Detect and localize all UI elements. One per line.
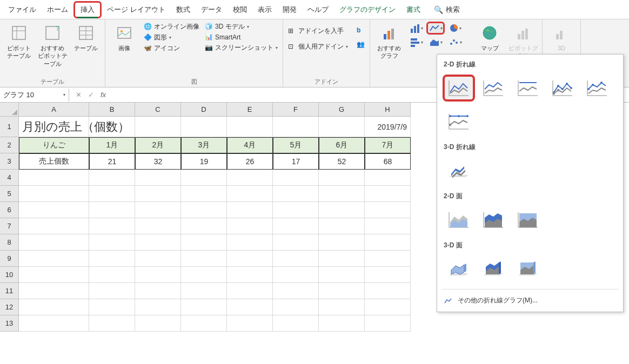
recommended-charts-button[interactable]: おすすめ グラフ (373, 22, 405, 62)
icons-button[interactable]: 🦋 アイコン (142, 43, 201, 53)
cell-B12[interactable] (89, 299, 135, 315)
pictures-button[interactable]: 画像 (109, 22, 140, 53)
line-chart-option-1[interactable] (443, 75, 475, 102)
row-header-11[interactable]: 11 (0, 283, 19, 299)
cell-B8[interactable] (89, 234, 135, 251)
cell-E9[interactable] (227, 251, 273, 267)
cell-B5[interactable] (89, 186, 135, 202)
cell-E3[interactable]: 26 (227, 153, 273, 170)
cell-G2[interactable]: 6月 (319, 137, 365, 153)
more-line-charts-button[interactable]: その他の折れ線グラフ(M)... (437, 292, 623, 309)
pivottable-button[interactable]: ピボット テーブル (3, 22, 35, 62)
tab-file[interactable]: ファイル (3, 1, 42, 18)
line-chart-option-6[interactable] (443, 108, 475, 135)
cell-D9[interactable] (181, 251, 227, 267)
col-header-H[interactable]: H (365, 103, 411, 117)
line-chart-option-3[interactable] (512, 75, 544, 102)
cell-G3[interactable]: 52 (319, 153, 365, 170)
row-header-6[interactable]: 6 (0, 202, 19, 218)
row-header-5[interactable]: 5 (0, 186, 19, 202)
cell-E7[interactable] (227, 218, 273, 234)
cell-G5[interactable] (319, 186, 365, 202)
3dmodel-button[interactable]: 🧊 3D モデル▾ (203, 22, 279, 32)
cell-H4[interactable] (365, 170, 411, 186)
cell-B6[interactable] (89, 202, 135, 218)
tab-pagelayout[interactable]: ページ レイアウト (102, 1, 171, 18)
recommend-pivot-button[interactable]: ? おすすめ ピボットテーブル (37, 22, 68, 69)
cell-E5[interactable] (227, 186, 273, 202)
cell-D1[interactable] (181, 117, 227, 137)
cell-G8[interactable] (319, 234, 365, 251)
2d-area-option-1[interactable] (443, 206, 475, 233)
cell-C5[interactable] (135, 186, 181, 202)
tab-help[interactable]: ヘルプ (302, 1, 334, 18)
cell-B2[interactable]: 1月 (89, 137, 135, 153)
cell-G4[interactable] (319, 170, 365, 186)
select-all-corner[interactable] (0, 103, 19, 117)
tab-formulas[interactable]: 数式 (171, 1, 196, 18)
cell-A12[interactable] (19, 299, 89, 315)
cell-H12[interactable] (365, 299, 411, 315)
cell-A11[interactable] (19, 283, 89, 299)
scatter-chart-button[interactable]: ▾ (446, 36, 464, 49)
fx-icon[interactable]: fx (101, 91, 106, 99)
cell-C13[interactable] (135, 315, 181, 332)
cell-G11[interactable] (319, 283, 365, 299)
cell-G12[interactable] (319, 299, 365, 315)
cell-F2[interactable]: 5月 (273, 137, 319, 153)
cell-E2[interactable]: 4月 (227, 137, 273, 153)
name-box[interactable]: グラフ 10 ▾ (0, 89, 69, 102)
cell-D3[interactable]: 19 (181, 153, 227, 170)
cell-C6[interactable] (135, 202, 181, 218)
cell-H3[interactable]: 68 (365, 153, 411, 170)
cell-H10[interactable] (365, 267, 411, 283)
cell-H8[interactable] (365, 234, 411, 251)
col-header-G[interactable]: G (319, 103, 365, 117)
cell-G1[interactable] (319, 117, 365, 137)
cell-A13[interactable] (19, 315, 89, 332)
tab-view[interactable]: 表示 (252, 1, 277, 18)
cell-C1[interactable] (135, 117, 181, 137)
cell-B13[interactable] (89, 315, 135, 332)
cell-E8[interactable] (227, 234, 273, 251)
cell-D13[interactable] (181, 315, 227, 332)
cell-C12[interactable] (135, 299, 181, 315)
cell-A6[interactable] (19, 202, 89, 218)
tab-developer[interactable]: 開発 (277, 1, 302, 18)
tab-review[interactable]: 校閲 (227, 1, 252, 18)
cell-A5[interactable] (19, 186, 89, 202)
tab-format[interactable]: 書式 (401, 1, 426, 18)
table-button[interactable]: テーブル (70, 22, 102, 53)
cell-F10[interactable] (273, 267, 319, 283)
col-header-A[interactable]: A (19, 103, 89, 117)
cell-B10[interactable] (89, 267, 135, 283)
cell-A3[interactable]: 売上個数 (19, 153, 89, 170)
cell-B11[interactable] (89, 283, 135, 299)
col-header-C[interactable]: C (135, 103, 181, 117)
my-addins-button[interactable]: ⊡ 個人用アドイン▾ (286, 42, 350, 52)
row-header-4[interactable]: 4 (0, 170, 19, 186)
col-header-D[interactable]: D (181, 103, 227, 117)
cell-B9[interactable] (89, 251, 135, 267)
cell-A2[interactable]: りんご (19, 137, 89, 153)
cell-C8[interactable] (135, 234, 181, 251)
cell-A10[interactable] (19, 267, 89, 283)
screenshot-button[interactable]: 📷 スクリーンショット▾ (203, 43, 279, 53)
3d-line-option-1[interactable] (443, 157, 475, 184)
cell-D12[interactable] (181, 299, 227, 315)
cell-B3[interactable]: 21 (89, 153, 135, 170)
cell-F12[interactable] (273, 299, 319, 315)
row-header-9[interactable]: 9 (0, 251, 19, 267)
cell-C10[interactable] (135, 267, 181, 283)
cell-G9[interactable] (319, 251, 365, 267)
cell-C9[interactable] (135, 251, 181, 267)
cell-C11[interactable] (135, 283, 181, 299)
shapes-button[interactable]: 🔷 図形▾ (142, 32, 201, 43)
cell-E10[interactable] (227, 267, 273, 283)
row-header-12[interactable]: 12 (0, 299, 19, 315)
cell-G7[interactable] (319, 218, 365, 234)
cell-G10[interactable] (319, 267, 365, 283)
cell-E6[interactable] (227, 202, 273, 218)
row-header-7[interactable]: 7 (0, 218, 19, 234)
row-header-13[interactable]: 13 (0, 315, 19, 332)
